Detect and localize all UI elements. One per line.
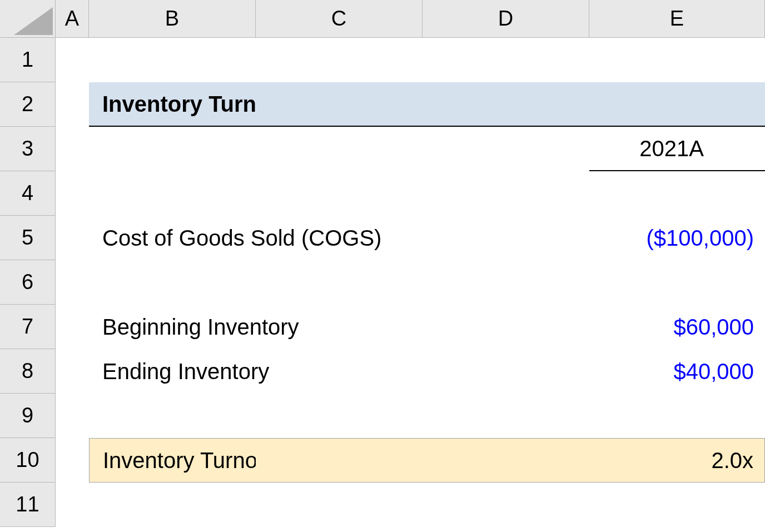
- cell-C9[interactable]: [256, 394, 423, 438]
- cell-D1[interactable]: [423, 38, 589, 82]
- cogs-label[interactable]: Cost of Goods Sold (COGS): [89, 216, 256, 260]
- row-header-10[interactable]: 10: [0, 438, 56, 483]
- cell-B4[interactable]: [89, 171, 256, 216]
- cell-E11[interactable]: [589, 483, 765, 527]
- row-header-9[interactable]: 9: [0, 394, 56, 438]
- cell-D5[interactable]: [423, 216, 589, 260]
- cell-C1[interactable]: [256, 38, 423, 82]
- cell-E9[interactable]: [589, 394, 765, 438]
- cell-D9[interactable]: [423, 394, 589, 438]
- cell-D7[interactable]: [423, 305, 589, 349]
- cell-C5[interactable]: [256, 216, 423, 260]
- col-header-E[interactable]: E: [589, 0, 765, 38]
- cell-D4[interactable]: [423, 171, 589, 216]
- spreadsheet-grid: A B C D E 1 2 Inventory Turnover 3 2021A…: [0, 0, 765, 532]
- cell-D2[interactable]: [423, 82, 589, 127]
- year-header[interactable]: 2021A: [589, 127, 765, 171]
- title-cell[interactable]: Inventory Turnover: [89, 82, 256, 127]
- ending-inventory-value[interactable]: $40,000: [589, 349, 765, 394]
- turnover-result-label[interactable]: Inventory Turnover: [89, 438, 256, 483]
- col-header-A[interactable]: A: [56, 0, 89, 38]
- cell-E2[interactable]: [589, 82, 765, 127]
- cell-A4[interactable]: [56, 171, 89, 216]
- cell-C6[interactable]: [256, 260, 423, 305]
- cell-D8[interactable]: [423, 349, 589, 394]
- col-header-C[interactable]: C: [256, 0, 423, 38]
- cell-C4[interactable]: [256, 171, 423, 216]
- cell-B1[interactable]: [89, 38, 256, 82]
- cell-B3[interactable]: [89, 127, 256, 171]
- cell-B6[interactable]: [89, 260, 256, 305]
- cell-A7[interactable]: [56, 305, 89, 349]
- col-header-B[interactable]: B: [89, 0, 256, 38]
- cell-A3[interactable]: [56, 127, 89, 171]
- cell-A8[interactable]: [56, 349, 89, 394]
- cell-C8[interactable]: [256, 349, 423, 394]
- cell-E6[interactable]: [589, 260, 765, 305]
- beginning-inventory-value[interactable]: $60,000: [589, 305, 765, 349]
- turnover-result-value[interactable]: 2.0x: [589, 438, 765, 483]
- row-header-6[interactable]: 6: [0, 260, 56, 305]
- row-header-5[interactable]: 5: [0, 216, 56, 260]
- cell-A1[interactable]: [56, 38, 89, 82]
- row-header-4[interactable]: 4: [0, 171, 56, 216]
- row-header-1[interactable]: 1: [0, 38, 56, 82]
- select-all-corner[interactable]: [0, 0, 56, 38]
- ending-inventory-label[interactable]: Ending Inventory: [89, 349, 256, 394]
- row-header-8[interactable]: 8: [0, 349, 56, 394]
- cell-C7[interactable]: [256, 305, 423, 349]
- cogs-value[interactable]: ($100,000): [589, 216, 765, 260]
- cell-D3[interactable]: [423, 127, 589, 171]
- cell-A5[interactable]: [56, 216, 89, 260]
- row-header-3[interactable]: 3: [0, 127, 56, 171]
- cell-C3[interactable]: [256, 127, 423, 171]
- cell-B9[interactable]: [89, 394, 256, 438]
- row-header-11[interactable]: 11: [0, 483, 56, 527]
- col-header-D[interactable]: D: [423, 0, 589, 38]
- cell-C10[interactable]: [256, 438, 423, 483]
- row-header-7[interactable]: 7: [0, 305, 56, 349]
- cell-A10[interactable]: [56, 438, 89, 483]
- cell-E4[interactable]: [589, 171, 765, 216]
- row-header-2[interactable]: 2: [0, 82, 56, 127]
- cell-C11[interactable]: [256, 483, 423, 527]
- cell-E1[interactable]: [589, 38, 765, 82]
- cell-A6[interactable]: [56, 260, 89, 305]
- cell-A2[interactable]: [56, 82, 89, 127]
- cell-A11[interactable]: [56, 483, 89, 527]
- cell-A9[interactable]: [56, 394, 89, 438]
- beginning-inventory-label[interactable]: Beginning Inventory: [89, 305, 256, 349]
- cell-D11[interactable]: [423, 483, 589, 527]
- cell-D6[interactable]: [423, 260, 589, 305]
- cell-D10[interactable]: [423, 438, 589, 483]
- cell-C2[interactable]: [256, 82, 423, 127]
- cell-B11[interactable]: [89, 483, 256, 527]
